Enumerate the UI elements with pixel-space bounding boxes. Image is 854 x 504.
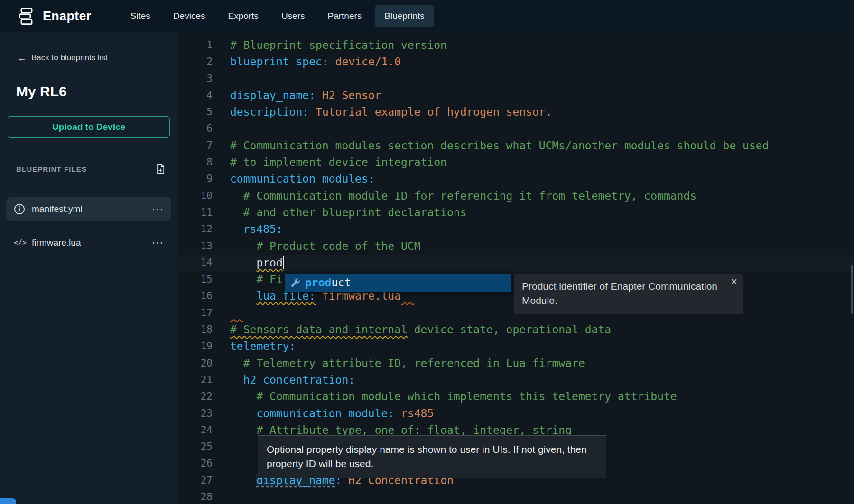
add-file-icon xyxy=(155,163,166,174)
line-number: 21 xyxy=(177,372,213,388)
code-token: H2 Sensor xyxy=(316,89,381,101)
code-lines: 1# Blueprint specification version2bluep… xyxy=(177,37,854,504)
line-number: 3 xyxy=(177,71,213,87)
code-token: # Fi xyxy=(230,273,283,285)
code-line[interactable]: 13 # Product code of the UCM xyxy=(177,238,854,255)
more-button[interactable]: ⋯ xyxy=(151,203,164,215)
code-line[interactable]: 2blueprint_spec: device/1.0 xyxy=(177,54,854,70)
code-token: # Attribute type, one of: float, integer… xyxy=(230,424,572,436)
code-line[interactable]: 10 # Communication module ID for referen… xyxy=(177,188,854,204)
sidebar: ← Back to blueprints list My RL6 Upload … xyxy=(0,32,177,504)
nav-item-exports[interactable]: Exports xyxy=(218,5,268,27)
code-line[interactable]: 14 prod xyxy=(177,255,854,271)
autocomplete-popup[interactable]: product xyxy=(285,274,511,292)
nav-item-partners[interactable]: Partners xyxy=(318,5,371,27)
code-token: # Communication module which implements … xyxy=(230,390,677,403)
info-icon xyxy=(14,203,26,215)
code-text: # to implement device integration xyxy=(230,154,447,171)
code-text: description: Tutorial example of hydroge… xyxy=(230,104,552,120)
line-number: 5 xyxy=(177,104,213,120)
code-line[interactable]: 11 # and other blueprint declarations xyxy=(177,204,854,221)
line-number: 14 xyxy=(177,255,213,271)
code-line[interactable]: 1# Blueprint specification version xyxy=(177,37,854,54)
code-token xyxy=(230,290,256,302)
code-line[interactable]: 5description: Tutorial example of hydrog… xyxy=(177,104,854,120)
brand-name: Enapter xyxy=(43,9,92,24)
line-number: 27 xyxy=(177,472,213,489)
bottom-left-accent xyxy=(0,498,16,504)
nav-items: SitesDevicesExportsUsersPartnersBlueprin… xyxy=(121,5,434,27)
code-line[interactable]: 7# Communication modules section describ… xyxy=(177,137,854,154)
line-number: 8 xyxy=(177,154,213,171)
back-to-blueprints-link[interactable]: ← Back to blueprints list xyxy=(17,53,108,63)
code-token xyxy=(401,290,414,302)
code-token: display_name: xyxy=(230,89,316,101)
code-line[interactable]: 8# to implement device integration xyxy=(177,154,854,171)
code-token: # Blueprint specification version xyxy=(230,39,447,51)
code-token: communication_module: xyxy=(256,407,394,420)
line-number: 22 xyxy=(177,388,213,405)
code-line[interactable]: 28 xyxy=(177,489,854,504)
code-text: communication_modules: xyxy=(230,171,375,187)
code-token xyxy=(230,374,243,386)
nav-item-sites[interactable]: Sites xyxy=(121,5,160,27)
code-text: telemetry: xyxy=(230,338,296,355)
file-item[interactable]: </>firmware.lua⋯ xyxy=(6,231,171,255)
code-token: lua_file: xyxy=(256,290,316,302)
close-icon[interactable]: × xyxy=(731,276,737,287)
code-text: # Communication module which implements … xyxy=(230,388,677,405)
file-list: manifest.yml⋯</>firmware.lua⋯ xyxy=(6,197,171,255)
code-token: Tutorial example of hydrogen sensor. xyxy=(309,106,552,118)
code-text xyxy=(230,305,243,321)
scrollbar-thumb[interactable] xyxy=(851,265,853,314)
nav-item-users[interactable]: Users xyxy=(272,5,315,27)
file-item[interactable]: manifest.yml⋯ xyxy=(6,197,171,221)
code-line[interactable]: 9communication_modules: xyxy=(177,171,854,187)
code-editor[interactable]: 1# Blueprint specification version2bluep… xyxy=(177,32,854,504)
code-token xyxy=(230,257,256,269)
code-text: # Fi xyxy=(230,271,283,288)
code-token xyxy=(230,474,256,486)
code-text: communication_module: rs485 xyxy=(230,405,434,422)
add-file-button[interactable] xyxy=(155,163,166,174)
line-number: 7 xyxy=(177,137,213,154)
code-text: # Communication modules section describe… xyxy=(230,137,769,154)
line-number: 2 xyxy=(177,54,213,70)
code-token: blueprint_spec: xyxy=(230,55,329,68)
top-navbar: Enapter SitesDevicesExportsUsersPartners… xyxy=(0,0,854,32)
code-line[interactable]: 23 communication_module: rs485 xyxy=(177,405,854,422)
suggestion-match: prod xyxy=(305,276,331,289)
more-button[interactable]: ⋯ xyxy=(151,237,164,249)
code-line[interactable]: 6 xyxy=(177,120,854,137)
line-number: 9 xyxy=(177,171,213,187)
blueprint-files-header: BLUEPRINT FILES xyxy=(16,163,166,174)
code-line[interactable]: 18# Sensors data and internal device sta… xyxy=(177,321,854,338)
code-line[interactable]: 12 rs485: xyxy=(177,221,854,238)
enapter-logo-icon xyxy=(17,7,36,26)
code-line[interactable]: 21 h2_concentration: xyxy=(177,372,854,388)
line-number: 17 xyxy=(177,305,213,321)
code-line[interactable]: 19telemetry: xyxy=(177,338,854,355)
code-text: # Telemetry attribute ID, referenced in … xyxy=(230,355,585,372)
code-line[interactable]: 3 xyxy=(177,71,854,87)
code-line[interactable]: 4display_name: H2 Sensor xyxy=(177,87,854,104)
code-text: prod xyxy=(230,255,284,271)
nav-item-blueprints[interactable]: Blueprints xyxy=(375,5,434,27)
line-number: 25 xyxy=(177,439,213,455)
line-number: 28 xyxy=(177,489,213,504)
file-name: manifest.yml xyxy=(32,204,83,214)
code-token: # to implement device integration xyxy=(230,156,447,168)
line-number: 20 xyxy=(177,355,213,372)
code-token: device/1.0 xyxy=(329,55,401,68)
nav-item-devices[interactable]: Devices xyxy=(164,5,215,27)
line-number: 24 xyxy=(177,422,213,439)
upload-to-device-button[interactable]: Upload to Device xyxy=(8,116,170,138)
code-line[interactable]: 20 # Telemetry attribute ID, referenced … xyxy=(177,355,854,372)
back-arrow-icon: ← xyxy=(17,53,27,63)
logo-home-link[interactable]: Enapter xyxy=(17,7,92,26)
code-token xyxy=(230,307,243,319)
code-text: # and other blueprint declarations xyxy=(230,204,467,221)
code-text: # Product code of the UCM xyxy=(230,238,421,255)
code-line[interactable]: 22 # Communication module which implemen… xyxy=(177,388,854,405)
line-number: 10 xyxy=(177,188,213,204)
